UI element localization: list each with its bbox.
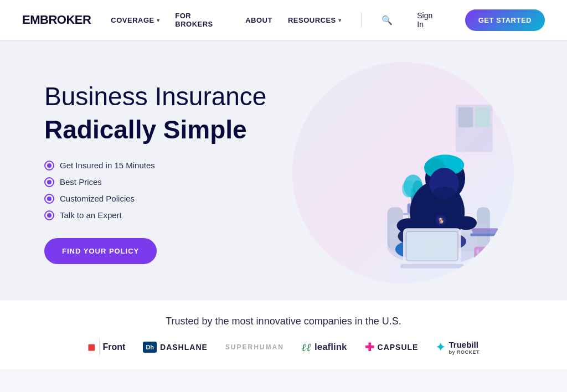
leaflink-label: leaflink — [315, 342, 347, 353]
brand-superhuman: SUPERHUMAN — [225, 343, 284, 351]
get-started-button[interactable]: GET STARTED — [465, 9, 545, 31]
svg-rect-37 — [489, 251, 493, 258]
front-label: Front — [103, 342, 126, 352]
svg-point-24 — [456, 216, 477, 230]
svg-rect-1 — [458, 107, 473, 127]
svg-rect-17 — [471, 234, 498, 236]
nav-resources[interactable]: RESOURCES ▾ — [288, 16, 341, 24]
nav-divider — [361, 12, 362, 28]
brand-logos: ■ Front Dh DASHLANE SUPERHUMAN ℓℓ leafli… — [33, 338, 534, 356]
bullet-icon — [44, 177, 54, 187]
svg-rect-34 — [407, 232, 457, 260]
front-logo-icon: ■ — [87, 339, 96, 355]
svg-rect-36 — [474, 247, 489, 265]
signin-link[interactable]: Sign In — [417, 11, 440, 29]
list-item: Talk to an Expert — [44, 210, 284, 220]
brand-divider — [99, 338, 100, 356]
nav-about[interactable]: ABOUT — [245, 16, 272, 24]
list-item: Customized Policies — [44, 194, 284, 204]
truebill-text-group: Truebill by ROCKET — [449, 340, 480, 355]
trusted-section: Trusted by the most innovative companies… — [0, 300, 567, 369]
nav-brokers[interactable]: FOR BROKERS — [175, 12, 230, 28]
illustration-circle: XX 🐕 — [292, 62, 514, 283]
capsule-logo-icon: ✚ — [365, 341, 374, 354]
hero-title-line2: Radically Simple — [44, 115, 284, 145]
find-policy-button[interactable]: FIND YOUR POLICY — [44, 238, 157, 264]
person-illustration: XX 🐕 — [298, 73, 508, 283]
capsule-label: CAPSULE — [378, 343, 419, 352]
dashlane-logo-icon: Dh — [143, 342, 157, 353]
svg-point-31 — [432, 187, 456, 202]
brand-front: ■ Front — [87, 338, 125, 356]
truebill-logo-icon: ✦ — [436, 341, 445, 354]
dashlane-label: DASHLANE — [160, 343, 208, 352]
truebill-label: Truebill — [449, 340, 480, 349]
truebill-sub: by ROCKET — [449, 349, 480, 355]
brand-capsule: ✚ CAPSULE — [365, 341, 419, 354]
search-icon[interactable]: 🔍 — [382, 15, 393, 25]
navbar: EMBROKER COVERAGE ▾ FOR BROKERS ABOUT RE… — [0, 0, 567, 40]
hero-illustration: XX 🐕 — [284, 62, 523, 283]
list-item: Get Insured in 15 Minutes — [44, 161, 284, 171]
hero-title-line1: Business Insurance — [44, 81, 284, 112]
svg-text:🐕: 🐕 — [438, 218, 445, 224]
brand-truebill: ✦ Truebill by ROCKET — [436, 340, 480, 355]
svg-rect-35 — [400, 264, 463, 269]
svg-rect-16 — [472, 231, 497, 234]
svg-rect-38 — [477, 249, 479, 255]
list-item: Best Prices — [44, 177, 284, 187]
leaflink-prefix: ℓℓ — [302, 341, 311, 354]
bullet-icon — [44, 194, 54, 204]
trusted-title: Trusted by the most innovative companies… — [33, 316, 534, 327]
nav-coverage[interactable]: COVERAGE ▾ — [111, 16, 159, 24]
hero-section: Business Insurance Radically Simple Get … — [0, 40, 567, 300]
bullet-icon — [44, 161, 54, 171]
logo[interactable]: EMBROKER — [22, 13, 91, 27]
svg-rect-15 — [472, 228, 498, 231]
superhuman-label: SUPERHUMAN — [225, 343, 284, 351]
brand-leaflink: ℓℓ leaflink — [302, 341, 347, 354]
hero-content: Business Insurance Radically Simple Get … — [44, 81, 284, 264]
chevron-down-icon: ▾ — [157, 17, 160, 23]
feature-list: Get Insured in 15 Minutes Best Prices Cu… — [44, 161, 284, 220]
svg-rect-2 — [475, 107, 490, 127]
nav-links: COVERAGE ▾ FOR BROKERS ABOUT RESOURCES ▾… — [111, 9, 545, 31]
brand-dashlane: Dh DASHLANE — [143, 342, 207, 353]
chevron-down-icon: ▾ — [338, 17, 342, 23]
bullet-icon — [44, 210, 54, 220]
